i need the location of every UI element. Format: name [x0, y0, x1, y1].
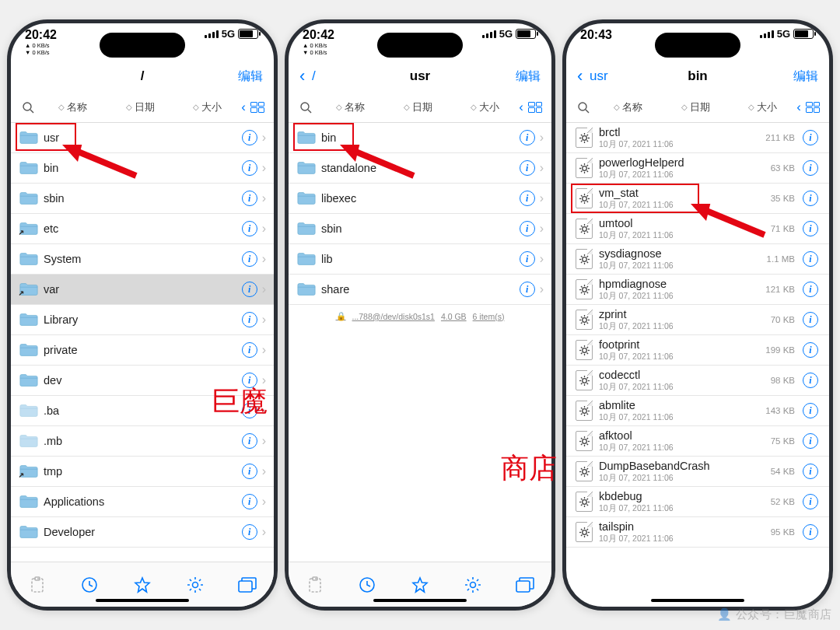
list-item[interactable]: var i › — [11, 275, 274, 305]
info-button[interactable]: i — [803, 130, 818, 145]
favorites-icon[interactable] — [411, 576, 429, 594]
list-item[interactable]: kbdebug 10月 07, 2021 11:06 52 KB i — [566, 487, 829, 517]
windows-icon[interactable] — [238, 576, 257, 594]
grid-view-icon[interactable] — [528, 102, 542, 113]
list-item[interactable]: libexec i › — [289, 184, 551, 214]
search-icon[interactable] — [17, 101, 39, 114]
sort-name-button[interactable]: ◇名称 — [39, 100, 107, 114]
list-item[interactable]: tmp i › — [11, 457, 274, 487]
info-button[interactable]: i — [242, 160, 257, 176]
info-button[interactable]: i — [803, 433, 818, 449]
list-item[interactable]: sysdiagnose 10月 07, 2021 11:06 1.1 MB i — [566, 244, 829, 275]
sort-name-button[interactable]: ◇名称 — [317, 100, 384, 114]
sort-date-button[interactable]: ◇日期 — [107, 100, 174, 114]
info-button[interactable]: i — [803, 221, 818, 236]
info-button[interactable]: i — [520, 130, 535, 145]
settings-icon[interactable] — [186, 576, 205, 594]
list-item[interactable]: hpmdiagnose 10月 07, 2021 11:06 121 KB i — [566, 275, 829, 305]
edit-button[interactable]: 编辑 — [772, 68, 818, 85]
sort-size-button[interactable]: ◇大小 — [174, 100, 242, 114]
info-button[interactable]: i — [242, 403, 257, 418]
info-button[interactable]: i — [242, 433, 257, 449]
grid-view-icon[interactable] — [806, 102, 820, 113]
info-button[interactable]: i — [242, 494, 257, 509]
list-item[interactable]: powerlogHelperd 10月 07, 2021 11:06 63 KB… — [566, 153, 829, 184]
home-indicator[interactable] — [373, 599, 467, 602]
windows-icon[interactable] — [516, 576, 534, 594]
info-button[interactable]: i — [803, 312, 818, 327]
list-item[interactable]: footprint 10月 07, 2021 11:06 199 KB i — [566, 335, 829, 366]
edit-button[interactable]: 编辑 — [494, 68, 541, 85]
info-button[interactable]: i — [803, 342, 818, 358]
info-button[interactable]: i — [803, 373, 818, 388]
sort-date-button[interactable]: ◇日期 — [662, 100, 730, 114]
info-button[interactable]: i — [803, 251, 818, 267]
search-icon[interactable] — [295, 101, 317, 114]
sort-name-button[interactable]: ◇名称 — [594, 100, 662, 114]
search-icon[interactable] — [572, 101, 594, 114]
list-item[interactable]: umtool 10月 07, 2021 11:06 71 KB i — [566, 214, 829, 244]
list-item[interactable]: System i › — [11, 244, 274, 275]
list-item[interactable]: lib i › — [289, 244, 551, 275]
info-button[interactable]: i — [520, 160, 535, 176]
home-indicator[interactable] — [96, 599, 189, 602]
list-item[interactable]: .ba i › — [11, 396, 274, 426]
info-button[interactable]: i — [803, 282, 818, 297]
list-item[interactable]: dev i › — [11, 366, 274, 396]
file-list[interactable]: usr i › bin i › sbin i › etc i › System … — [11, 123, 274, 548]
clipboard-icon[interactable] — [306, 576, 324, 594]
recent-icon[interactable] — [358, 576, 376, 594]
sort-size-button[interactable]: ◇大小 — [452, 100, 520, 114]
list-item[interactable]: bin i › — [11, 153, 274, 184]
list-item[interactable]: Library i › — [11, 305, 274, 335]
list-item[interactable]: private i › — [11, 335, 274, 366]
info-button[interactable]: i — [520, 251, 535, 267]
list-item[interactable]: codecctl 10月 07, 2021 11:06 98 KB i — [566, 366, 829, 396]
info-button[interactable]: i — [242, 282, 257, 297]
info-button[interactable]: i — [242, 191, 257, 206]
favorites-icon[interactable] — [133, 576, 152, 594]
file-list[interactable]: brctl 10月 07, 2021 11:06 211 KB i powerl… — [566, 123, 829, 548]
list-item[interactable]: standalone i › — [289, 153, 551, 184]
list-item[interactable]: brctl 10月 07, 2021 11:06 211 KB i — [566, 123, 829, 153]
list-item[interactable]: sbin i › — [11, 184, 274, 214]
info-button[interactable]: i — [520, 221, 535, 236]
home-indicator[interactable] — [651, 599, 744, 602]
list-item[interactable]: Developer i › — [11, 517, 274, 548]
sort-date-button[interactable]: ◇日期 — [384, 100, 452, 114]
info-button[interactable]: i — [803, 464, 818, 479]
sort-size-button[interactable]: ◇大小 — [730, 100, 797, 114]
list-item[interactable]: .mb i › — [11, 426, 274, 457]
collapse-icon[interactable]: ‹ — [241, 100, 246, 115]
list-item[interactable]: sbin i › — [289, 214, 551, 244]
list-item[interactable]: zprint 10月 07, 2021 11:06 70 KB i — [566, 305, 829, 335]
collapse-icon[interactable]: ‹ — [796, 100, 801, 115]
info-button[interactable]: i — [803, 191, 818, 206]
back-button[interactable]: ‹ / — [299, 66, 346, 86]
info-button[interactable]: i — [242, 251, 257, 267]
list-item[interactable]: DumpBasebandCrash 10月 07, 2021 11:06 54 … — [566, 457, 829, 487]
recent-icon[interactable] — [80, 576, 99, 594]
list-item[interactable]: bin i › — [289, 123, 551, 153]
list-item[interactable]: share i › — [289, 275, 551, 305]
list-item[interactable]: Applications i › — [11, 487, 274, 517]
clipboard-icon[interactable] — [28, 576, 47, 594]
info-button[interactable]: i — [803, 494, 818, 509]
info-button[interactable]: i — [242, 524, 257, 540]
settings-icon[interactable] — [464, 576, 482, 594]
list-item[interactable]: abmlite 10月 07, 2021 11:06 143 KB i — [566, 396, 829, 426]
list-item[interactable]: vm_stat 10月 07, 2021 11:06 35 KB i — [566, 184, 829, 214]
info-button[interactable]: i — [803, 160, 818, 176]
list-item[interactable]: etc i › — [11, 214, 274, 244]
info-button[interactable]: i — [242, 312, 257, 327]
list-item[interactable]: tailspin 10月 07, 2021 11:06 95 KB i — [566, 517, 829, 548]
info-button[interactable]: i — [242, 373, 257, 388]
info-button[interactable]: i — [803, 403, 818, 418]
info-button[interactable]: i — [520, 282, 535, 297]
info-button[interactable]: i — [242, 130, 257, 145]
collapse-icon[interactable]: ‹ — [519, 100, 523, 115]
info-button[interactable]: i — [520, 191, 535, 206]
edit-button[interactable]: 编辑 — [216, 68, 263, 85]
file-list[interactable]: bin i › standalone i › libexec i › sbin … — [289, 123, 551, 327]
info-button[interactable]: i — [803, 524, 818, 540]
